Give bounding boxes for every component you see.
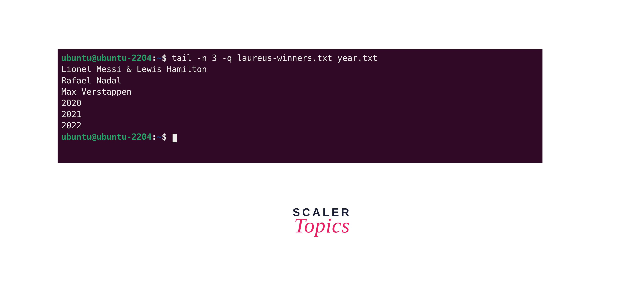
prompt-line-1: ubuntu@ubuntu-2204:~$ tail -n 3 -q laure…	[61, 52, 539, 64]
logo-text-topics: Topics	[293, 216, 351, 235]
scaler-topics-logo: SCALER Topics	[293, 207, 351, 235]
output-line: 2022	[61, 120, 539, 131]
current-path: ~	[157, 132, 162, 142]
output-line: Lionel Messi & Lewis Hamilton	[61, 64, 539, 75]
current-path: ~	[157, 53, 162, 63]
output-line: Max Verstappen	[61, 86, 539, 97]
prompt-line-2[interactable]: ubuntu@ubuntu-2204:~$	[61, 131, 539, 142]
cursor-icon	[172, 134, 177, 142]
command-text: tail -n 3 -q laureus-winners.txt year.tx…	[167, 53, 378, 63]
dollar-sign: $	[162, 132, 167, 142]
user-host: ubuntu@ubuntu-2204	[61, 53, 152, 63]
output-line: 2020	[61, 98, 539, 109]
output-line: Rafael Nadal	[61, 75, 539, 86]
user-host: ubuntu@ubuntu-2204	[61, 132, 152, 142]
prompt-separator: :	[152, 132, 157, 142]
terminal-window[interactable]: ubuntu@ubuntu-2204:~$ tail -n 3 -q laure…	[58, 49, 542, 163]
output-line: 2021	[61, 109, 539, 120]
command-input[interactable]	[167, 132, 172, 142]
prompt-separator: :	[152, 53, 157, 63]
dollar-sign: $	[162, 53, 167, 63]
